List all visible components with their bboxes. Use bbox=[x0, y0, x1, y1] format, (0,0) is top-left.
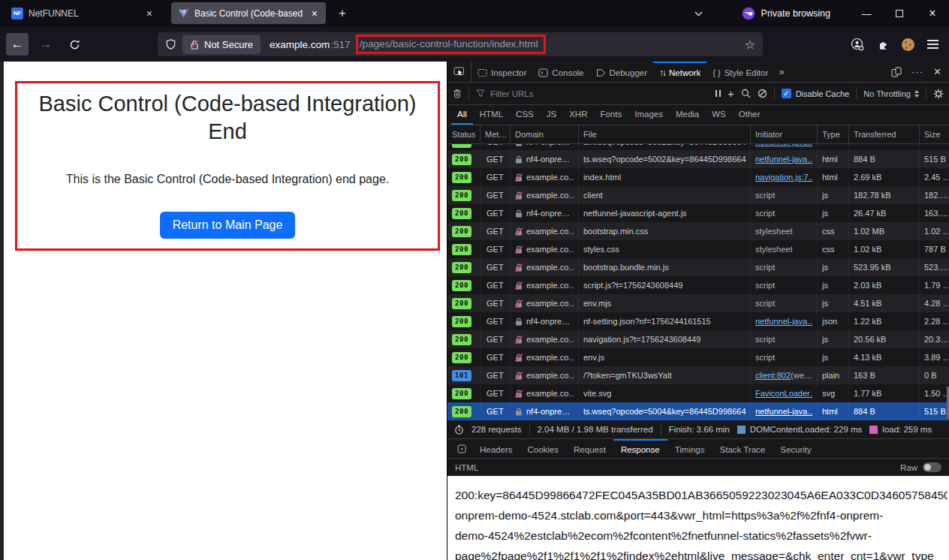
request-row[interactable]: 200GETnf4-onpre…netfunnel-javascript-age… bbox=[447, 204, 949, 222]
raw-toggle[interactable] bbox=[923, 462, 941, 472]
request-row[interactable]: 200GETexample.co…index.htmlnavigation.js… bbox=[447, 168, 949, 186]
account-icon[interactable] bbox=[851, 38, 864, 51]
initiator-link[interactable]: netfunnel-java… bbox=[755, 155, 812, 164]
disable-cache-checkbox[interactable]: ✓ bbox=[782, 89, 791, 98]
throttling-select[interactable]: No Throttling bbox=[863, 89, 919, 98]
reload-button[interactable] bbox=[63, 33, 86, 56]
detail-tab-security[interactable]: Security bbox=[773, 439, 819, 458]
type-filter-images[interactable]: Images bbox=[628, 105, 669, 125]
detail-tab-timings[interactable]: Timings bbox=[667, 439, 713, 458]
initiator-link[interactable]: FaviconLoader… bbox=[755, 389, 812, 398]
request-row[interactable]: 200GETnf4-onpre…ts.wseq?opcode=5002&key=… bbox=[447, 144, 949, 150]
not-secure-chip[interactable]: Not Secure bbox=[182, 35, 261, 54]
type-cell: plain bbox=[818, 366, 849, 384]
type-filter-xhr[interactable]: XHR bbox=[563, 105, 593, 125]
initiator-link[interactable]: netfunnel-java… bbox=[755, 407, 812, 416]
shield-icon[interactable] bbox=[165, 38, 176, 50]
request-row[interactable]: 200GETexample.co…clientscriptjs182.78 kB… bbox=[447, 186, 949, 204]
column-header-file[interactable]: File bbox=[579, 125, 751, 143]
extensions-puzzle-icon[interactable] bbox=[877, 38, 889, 50]
devtools-tab-style-editor[interactable]: { }Style Editor bbox=[706, 62, 774, 82]
response-payload[interactable]: 200:key=86445D99866472FEC045A35BD01AB366… bbox=[447, 476, 949, 560]
pick-element-button[interactable] bbox=[447, 62, 471, 82]
maximize-button[interactable] bbox=[883, 0, 916, 27]
detail-tab-cookies[interactable]: Cookies bbox=[520, 439, 566, 458]
initiator-link[interactable]: netfunnel-java… bbox=[755, 144, 812, 146]
type-filter-ws[interactable]: WS bbox=[706, 105, 732, 125]
devtools-tab-inspector[interactable]: Inspector bbox=[471, 62, 532, 82]
column-header-size[interactable]: Size bbox=[920, 125, 949, 143]
filter-urls-input[interactable]: Filter URLs bbox=[476, 89, 709, 98]
initiator-link[interactable]: navigation.js:7… bbox=[755, 173, 812, 182]
column-header-domain[interactable]: Domain bbox=[511, 125, 579, 143]
new-tab-button[interactable]: + bbox=[332, 3, 353, 24]
type-filter-all[interactable]: All bbox=[451, 105, 473, 125]
return-main-page-button[interactable]: Return to Main Page bbox=[160, 212, 296, 239]
column-header-transferred[interactable]: Transferred bbox=[849, 125, 920, 143]
menu-hamburger-icon[interactable] bbox=[927, 40, 938, 49]
responsive-design-mode-icon[interactable] bbox=[891, 67, 902, 77]
domain-cell: example.co… bbox=[526, 191, 574, 200]
split-panel-icon[interactable] bbox=[451, 439, 472, 458]
detail-tab-stack-trace[interactable]: Stack Trace bbox=[713, 439, 773, 458]
url-bar[interactable]: Not Secure example.com:517 /pages/basic-… bbox=[158, 32, 763, 56]
list-tabs-chevron-icon[interactable] bbox=[686, 11, 712, 17]
detail-tab-request[interactable]: Request bbox=[566, 439, 613, 458]
type-filter-media[interactable]: Media bbox=[670, 105, 705, 125]
request-row[interactable]: 200GETexample.co…env.jsscriptjs4.13 kB3.… bbox=[447, 348, 949, 366]
back-button[interactable]: ← bbox=[6, 33, 29, 56]
request-row[interactable]: 200GETnf4-onpre…ts.wseq?opcode=5002&key=… bbox=[447, 150, 949, 168]
request-row[interactable]: 200GETexample.co…bootstrap.min.cssstyles… bbox=[447, 222, 949, 240]
url-host: example.com bbox=[270, 39, 330, 50]
devtools-menu-icon[interactable]: ··· bbox=[911, 66, 923, 77]
devtools-close-icon[interactable]: ✕ bbox=[933, 66, 941, 77]
request-row[interactable]: 200GETnf4-onpre…ts.wseq?opcode=5004&key=… bbox=[447, 402, 949, 420]
minimize-button[interactable]: — bbox=[850, 0, 883, 27]
tab-netfunnel[interactable]: NF NetFUNNEL × bbox=[5, 2, 161, 24]
detail-tab-response[interactable]: Response bbox=[613, 439, 667, 458]
type-filter-fonts[interactable]: Fonts bbox=[594, 105, 628, 125]
pause-traffic-icon[interactable] bbox=[716, 90, 721, 97]
column-header-initiator[interactable]: Initiator bbox=[751, 125, 818, 143]
new-request-plus-icon[interactable]: + bbox=[728, 88, 734, 99]
partially-scrolled-row[interactable]: 200GETnf4-onpre…ts.wseq?opcode=5002&key=… bbox=[447, 144, 949, 150]
request-row[interactable]: 200GETnf4-onpre…nf-setting.json?nf=17562… bbox=[447, 312, 949, 330]
initiator-link[interactable]: netfunnel-java… bbox=[755, 317, 812, 326]
close-tab-icon[interactable]: × bbox=[145, 8, 154, 19]
size-cell: 182.… bbox=[920, 186, 949, 204]
request-row[interactable]: 200GETexample.co…vite.svgFaviconLoader…s… bbox=[447, 384, 949, 402]
type-filter-css[interactable]: CSS bbox=[510, 105, 540, 125]
request-row[interactable]: 200GETexample.co…navigation.js?t=1756243… bbox=[447, 330, 949, 348]
column-header-type[interactable]: Type bbox=[818, 125, 849, 143]
cookie-icon[interactable] bbox=[902, 38, 914, 51]
type-filter-other[interactable]: Other bbox=[733, 105, 767, 125]
initiator-link[interactable]: client:802 bbox=[755, 371, 791, 380]
tab-basic-control[interactable]: Basic Control (Code-based Inte × bbox=[171, 2, 326, 24]
transferred-total[interactable]: 2.04 MB / 1.98 MB transferred bbox=[538, 425, 653, 434]
forward-button[interactable]: → bbox=[35, 33, 57, 56]
devtools-tab-console[interactable]: Console bbox=[532, 62, 589, 82]
column-header-met[interactable]: Met… bbox=[481, 125, 511, 143]
request-row[interactable]: 200GETexample.co…bootstrap.bundle.min.js… bbox=[447, 258, 949, 276]
close-window-button[interactable]: × bbox=[916, 0, 949, 27]
request-row[interactable]: 200GETexample.co…env.mjsscriptjs4.51 kB4… bbox=[447, 294, 949, 312]
type-filter-html[interactable]: HTML bbox=[474, 105, 509, 125]
request-row[interactable]: 200GETexample.co…styles.cssstylesheetcss… bbox=[447, 240, 949, 258]
search-magnifier-icon[interactable] bbox=[741, 89, 751, 98]
request-row[interactable]: 101GETexample.co…/?token=gmTKU3wsYaltcli… bbox=[447, 366, 949, 384]
devtools-tab-debugger[interactable]: Debugger bbox=[590, 62, 654, 82]
type-filter-js[interactable]: JS bbox=[541, 105, 562, 125]
requests-count[interactable]: 228 requests bbox=[471, 425, 522, 434]
block-request-icon[interactable] bbox=[758, 89, 767, 98]
column-header-status[interactable]: Status bbox=[447, 125, 481, 143]
close-tab-icon[interactable]: × bbox=[310, 8, 319, 19]
clear-requests-trash-icon[interactable] bbox=[453, 89, 462, 98]
devtools-tab-network[interactable]: ↑↓Network bbox=[653, 62, 706, 82]
transferred-cell: 4.13 kB bbox=[849, 348, 920, 366]
updown-arrows-icon bbox=[914, 90, 919, 98]
network-settings-gear-icon[interactable] bbox=[933, 89, 944, 99]
detail-tab-headers[interactable]: Headers bbox=[472, 439, 520, 458]
more-tabs-chevrons-icon[interactable]: » bbox=[774, 62, 788, 82]
request-row[interactable]: 200GETexample.co…script.js?t=17562436084… bbox=[447, 276, 949, 294]
bookmark-star-icon[interactable]: ☆ bbox=[745, 38, 755, 52]
